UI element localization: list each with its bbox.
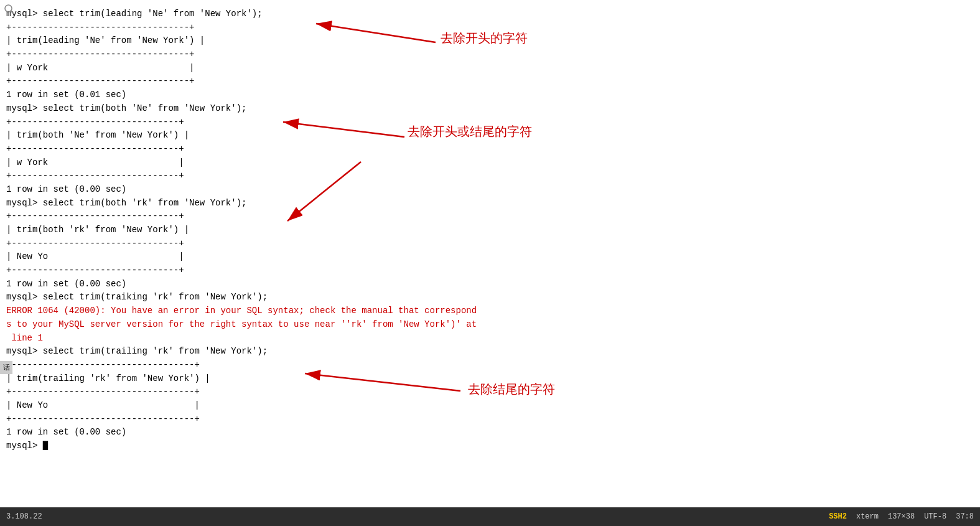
ssh-badge: SSH2 [829, 512, 847, 521]
terminal-line: s to your MySQL server version for the r… [6, 318, 974, 332]
svg-line-1 [11, 11, 14, 14]
status-bar: 3.108.22 SSH2 xterm 137×38 UTF-8 37:8 [0, 507, 980, 526]
terminal-line: mysql> select trim(both 'Ne' from 'New Y… [6, 102, 974, 116]
terminal-line: | w York | [6, 156, 974, 170]
magnifier-icon[interactable] [4, 4, 16, 16]
annotation-trailing: 去除结尾的字符 [468, 381, 555, 398]
terminal-line: +--------------------------------+ [6, 237, 974, 251]
terminal-line: +-----------------------------------+ [6, 413, 974, 426]
terminal-line: 1 row in set (0.01 sec) [6, 88, 974, 102]
terminal-line: mysql> █ [6, 439, 974, 453]
terminal-line: 1 row in set (0.00 sec) [6, 183, 974, 197]
terminal-line: ERROR 1064 (42000): You have an error in… [6, 304, 974, 318]
terminal-line: +----------------------------------+ [6, 75, 974, 88]
annotation-leading: 去除开头的字符 [441, 30, 528, 47]
terminal-line: +-----------------------------------+ [6, 359, 974, 372]
terminal-line: | New Yo | [6, 250, 974, 264]
encoding-label: UTF-8 [924, 512, 946, 521]
terminal-line: +--------------------------------+ [6, 169, 974, 183]
statusbar-left: 3.108.22 [6, 512, 42, 521]
statusbar-ip: 3.108.22 [6, 512, 42, 521]
terminal-window: mysql> select trim(leading 'Ne' from 'Ne… [0, 0, 980, 507]
terminal-line: +--------------------------------+ [6, 264, 974, 278]
terminal-line: 1 row in set (0.00 sec) [6, 426, 974, 439]
terminal-line: +--------------------------------+ [6, 210, 974, 223]
statusbar-right: SSH2 xterm 137×38 UTF-8 37:8 [829, 512, 974, 521]
terminal-line: | trim(both 'rk' from 'New York') | [6, 223, 974, 237]
terminal-line: +--------------------------------+ [6, 143, 974, 156]
terminal-line: mysql> select trim(both 'rk' from 'New Y… [6, 197, 974, 210]
terminal-line: mysql> select trim(leading 'Ne' from 'Ne… [6, 7, 974, 21]
terminal-line: line 1 [6, 332, 974, 345]
xterm-label: xterm [856, 512, 879, 521]
chinese-input-indicator: 话 [0, 361, 12, 374]
annotation-both: 去除开头或结尾的字符 [408, 123, 532, 140]
terminal-line: mysql> select trim(traiking 'rk' from 'N… [6, 291, 974, 304]
terminal-line: | New Yo | [6, 399, 974, 413]
terminal-line: +----------------------------------+ [6, 48, 974, 62]
terminal-line: mysql> select trim(trailing 'rk' from 'N… [6, 345, 974, 359]
size-label: 137×38 [888, 512, 915, 521]
cursor-position: 37:8 [956, 512, 974, 521]
terminal-line: 1 row in set (0.00 sec) [6, 278, 974, 291]
terminal-line: | w York | [6, 62, 974, 75]
